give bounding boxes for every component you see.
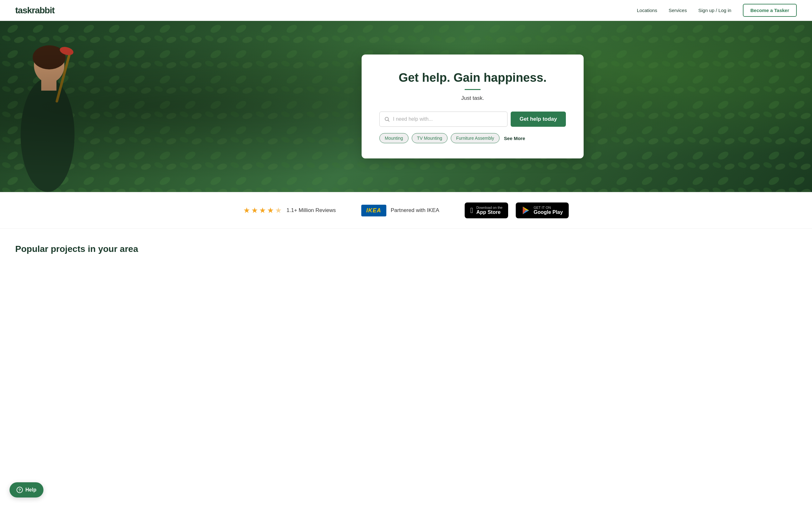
- app-store-button[interactable]:  Download on the App Store: [465, 203, 508, 218]
- search-input-wrapper: [379, 112, 507, 127]
- svg-line-11: [388, 120, 389, 121]
- tag-tv-mounting[interactable]: TV Mounting: [412, 133, 448, 143]
- google-play-icon: [521, 206, 530, 215]
- nav-links: Locations Services Sign up / Log in Beco…: [637, 4, 797, 17]
- app-store-main: App Store: [476, 210, 503, 215]
- ikea-badge: IKEA: [361, 205, 386, 216]
- ikea-text: Partnered with IKEA: [391, 207, 439, 214]
- hero-divider: [465, 89, 480, 90]
- app-store-group:  Download on the App Store GET IT ON Go…: [465, 203, 569, 218]
- google-play-text: GET IT ON Google Play: [534, 206, 563, 215]
- become-tasker-button[interactable]: Become a Tasker: [743, 4, 797, 17]
- navbar: taskrabbit Locations Services Sign up / …: [0, 0, 812, 21]
- tag-furniture-assembly[interactable]: Furniture Assembly: [451, 133, 500, 143]
- hero-person-silhouette: [0, 27, 95, 192]
- ikea-trust-item: IKEA Partnered with IKEA: [361, 205, 439, 216]
- svg-point-6: [33, 45, 66, 69]
- search-row: Get help today: [379, 112, 566, 127]
- see-more-link[interactable]: See More: [504, 135, 525, 141]
- google-play-sub: GET IT ON: [534, 206, 563, 210]
- svg-point-5: [34, 48, 64, 83]
- google-play-main: Google Play: [534, 210, 563, 215]
- reviews-trust-item: ★ ★ ★ ★ ★ 1.1+ Million Reviews: [243, 206, 336, 215]
- popular-projects-title: Popular projects in your area: [15, 244, 797, 254]
- search-icon: [384, 116, 390, 122]
- nav-locations[interactable]: Locations: [637, 8, 657, 13]
- review-count: 1.1+ Million Reviews: [287, 207, 336, 214]
- logo[interactable]: taskrabbit: [15, 5, 55, 15]
- svg-point-9: [59, 46, 74, 57]
- search-input[interactable]: [393, 112, 503, 126]
- hero-title: Get help. Gain happiness.: [379, 71, 566, 84]
- nav-services[interactable]: Services: [669, 8, 687, 13]
- star-3: ★: [259, 206, 266, 215]
- star-1: ★: [243, 206, 250, 215]
- star-5-half: ★: [275, 206, 282, 215]
- star-2: ★: [251, 206, 258, 215]
- app-store-sub: Download on the: [476, 206, 503, 210]
- google-play-button[interactable]: GET IT ON Google Play: [516, 203, 568, 218]
- nav-signin[interactable]: Sign up / Log in: [698, 8, 731, 13]
- svg-point-4: [20, 78, 74, 192]
- hero-card: Get help. Gain happiness. Just task. Get…: [362, 55, 583, 158]
- star-4: ★: [267, 206, 274, 215]
- app-store-text: Download on the App Store: [476, 206, 503, 215]
- svg-point-10: [385, 117, 389, 121]
- tag-row: Mounting TV Mounting Furniture Assembly …: [379, 133, 566, 143]
- get-help-button[interactable]: Get help today: [511, 112, 566, 127]
- hero-section: Get help. Gain happiness. Just task. Get…: [0, 21, 812, 192]
- trust-bar: ★ ★ ★ ★ ★ 1.1+ Million Reviews IKEA Part…: [0, 192, 812, 229]
- hero-subtitle: Just task.: [379, 95, 566, 101]
- star-rating: ★ ★ ★ ★ ★: [243, 206, 282, 215]
- svg-rect-8: [55, 53, 71, 103]
- apple-icon: : [470, 206, 473, 215]
- bottom-section: Popular projects in your area: [0, 229, 812, 261]
- tag-mounting[interactable]: Mounting: [379, 133, 409, 143]
- svg-rect-7: [41, 78, 56, 91]
